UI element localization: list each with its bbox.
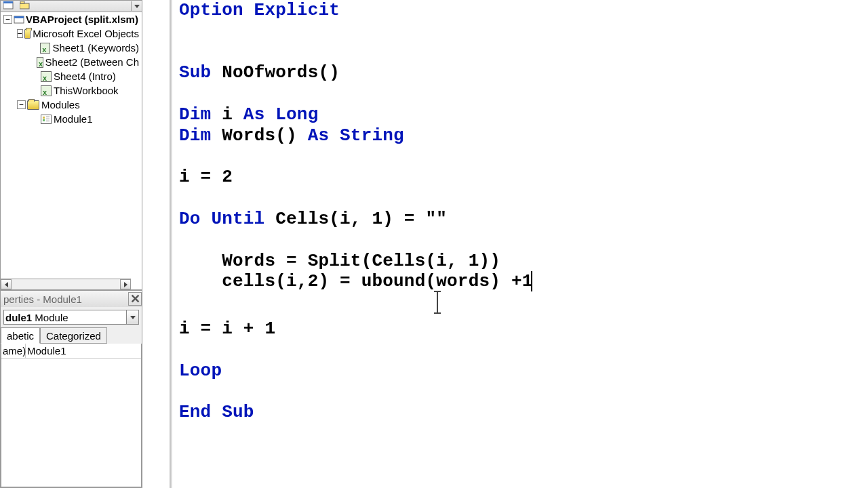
properties-title: perties - Module1 <box>3 293 82 305</box>
code-text: i = i + 1 <box>179 319 275 339</box>
tree-node-sheet1[interactable]: Sheet1 (Keywords) <box>31 41 139 55</box>
scroll-right-button[interactable] <box>120 279 131 289</box>
code-text: i <box>211 104 243 125</box>
tree-label: VBAProject (split.xlsm) <box>26 12 138 26</box>
folder-icon <box>27 100 39 110</box>
explorer-toolbar <box>0 0 142 12</box>
tree-label: Modules <box>41 98 80 112</box>
code-text: NoOfwords() <box>211 62 340 83</box>
properties-pane: perties - Module1 ✕ dule1 Module abetic … <box>0 290 142 488</box>
mouse-cursor-ibeam <box>437 292 438 312</box>
toolbar-dropdown[interactable] <box>131 1 142 11</box>
tab-categorized[interactable]: Categorized <box>40 327 107 344</box>
project-icon <box>14 15 26 24</box>
code-keyword: As String <box>308 125 404 146</box>
code-keyword: Sub <box>179 62 211 83</box>
properties-tabs: abetic Categorized <box>1 327 142 344</box>
tree-h-scrollbar[interactable] <box>1 279 131 289</box>
code-editor-pane: Option Explicit Sub NoOfwords() Dim i As… <box>142 0 868 488</box>
properties-grid[interactable]: ame) Module1 <box>1 344 142 487</box>
tree-label: Sheet4 (Intro) <box>54 69 116 83</box>
folder-icon <box>24 29 31 39</box>
tree-label: Module1 <box>54 112 93 126</box>
collapse-icon[interactable]: − <box>17 100 26 109</box>
code-keyword: Option Explicit <box>179 0 340 20</box>
svg-rect-1 <box>3 1 13 3</box>
module-icon <box>41 115 52 124</box>
close-icon: ✕ <box>130 291 140 306</box>
code-keyword: Dim <box>179 104 211 125</box>
code-keyword: Loop <box>179 361 222 381</box>
code-editor[interactable]: Option Explicit Sub NoOfwords() Dim i As… <box>172 0 868 488</box>
scroll-track[interactable] <box>12 279 120 289</box>
property-name-cell: ame) <box>1 344 26 359</box>
worksheet-icon <box>41 71 52 82</box>
svg-rect-3 <box>20 1 24 3</box>
code-text: cells(i,2) = ubound(words) +1 <box>179 271 532 291</box>
collapse-icon[interactable]: − <box>17 29 23 38</box>
tree-node-thisworkbook[interactable]: ThisWorkbook <box>31 83 139 98</box>
svg-rect-2 <box>20 3 29 9</box>
chevron-down-icon <box>134 5 140 8</box>
toolbar-icon-2[interactable] <box>20 1 33 11</box>
tree-node-project[interactable]: − VBAProject (split.xlsm) <box>3 12 139 26</box>
code-keyword: As Long <box>243 104 319 125</box>
tree-node-sheet2[interactable]: Sheet2 (Between Ch <box>31 55 139 69</box>
worksheet-icon <box>40 43 50 54</box>
code-text: i = 2 <box>179 167 233 187</box>
tree-label: Sheet2 (Between Ch <box>45 55 139 69</box>
code-keyword: Dim <box>179 125 211 146</box>
combo-dropdown-button[interactable] <box>126 310 138 324</box>
chevron-down-icon <box>130 316 136 319</box>
code-text: Words = Split(Cells(i, 1)) <box>179 251 500 271</box>
close-button[interactable]: ✕ <box>128 292 142 306</box>
tree-label: ThisWorkbook <box>54 83 119 98</box>
worksheet-icon <box>37 57 43 68</box>
property-row-name[interactable]: ame) Module1 <box>1 344 141 359</box>
workbook-icon <box>41 85 52 96</box>
tree-node-excel-objects[interactable]: − Microsoft Excel Objects <box>17 26 139 41</box>
arrow-left-icon <box>5 282 8 287</box>
code-margin[interactable] <box>142 0 171 488</box>
property-value-cell[interactable]: Module1 <box>26 344 141 359</box>
tree-node-module1[interactable]: Module1 <box>31 112 139 126</box>
tree-node-modules[interactable]: − Modules <box>17 98 139 112</box>
code-keyword: Do Until <box>179 209 264 229</box>
toolbar-icon-1[interactable] <box>3 1 17 11</box>
code-text: Words() <box>211 125 307 146</box>
scroll-left-button[interactable] <box>1 279 12 289</box>
code-keyword: End Sub <box>179 402 254 422</box>
combo-object-name: dule1 <box>5 312 32 323</box>
svg-rect-5 <box>14 16 24 18</box>
arrow-right-icon <box>124 282 127 287</box>
tree-label: Microsoft Excel Objects <box>33 26 139 41</box>
tree-node-sheet4[interactable]: Sheet4 (Intro) <box>31 69 139 83</box>
project-explorer-pane: − VBAProject (split.xlsm) − Microsoft Ex… <box>0 0 142 488</box>
project-tree[interactable]: − VBAProject (split.xlsm) − Microsoft Ex… <box>0 12 142 290</box>
tab-label: Categorized <box>46 330 101 342</box>
object-combobox[interactable]: dule1 Module <box>3 310 139 325</box>
collapse-icon[interactable]: − <box>3 15 12 24</box>
code-text: Cells(i, 1) = "" <box>264 209 447 229</box>
properties-title-bar: perties - Module1 ✕ <box>1 291 142 307</box>
tab-label: abetic <box>7 330 34 342</box>
tree-label: Sheet1 (Keywords) <box>52 41 139 55</box>
combo-object-type: Module <box>32 312 68 323</box>
tab-alphabetic[interactable]: abetic <box>1 327 40 344</box>
text-caret <box>531 271 532 291</box>
